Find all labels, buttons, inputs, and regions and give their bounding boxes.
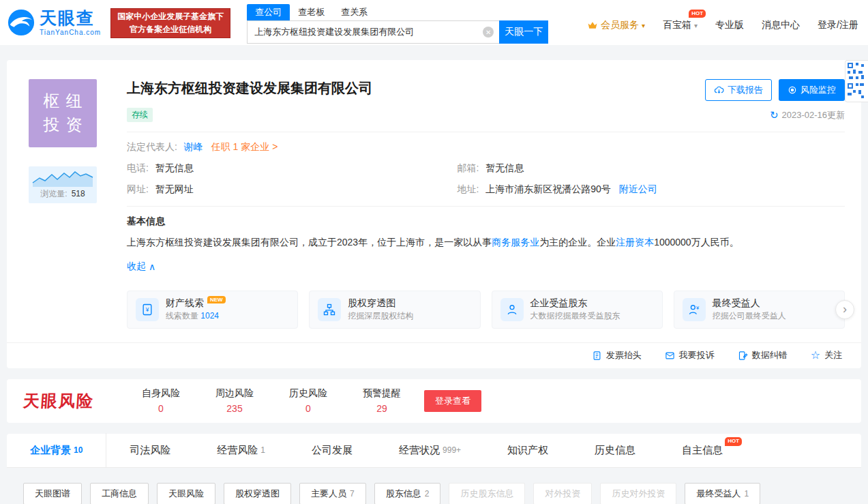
views-box: 浏览量:518 bbox=[29, 166, 97, 203]
monitor-target-icon bbox=[788, 85, 797, 95]
tab-intellectual-property[interactable]: 知识产权 bbox=[484, 433, 571, 467]
carousel-next-button[interactable]: › bbox=[835, 300, 854, 319]
subtab-buttons-row: 天眼图谱 工商信息 天眼风险 股权穿透图 主要人员7 股东信息2 历史股东信息 … bbox=[7, 468, 861, 504]
subtab-historical-shareholders: 历史股东信息 bbox=[449, 483, 525, 504]
star-icon: ☆ bbox=[811, 350, 820, 361]
subtab-label: 工商信息 bbox=[102, 488, 137, 500]
company-info-grid: 法定代表人: 谢峰 任职 1 家企业 > 电话: 暂无信息 邮箱: 暂无信息 网… bbox=[127, 132, 845, 196]
subtab-key-personnel[interactable]: 主要人员7 bbox=[299, 483, 366, 504]
feature-card-equity-chart[interactable]: 股权穿透图 挖掘深层股权结构 bbox=[309, 291, 480, 329]
subtab-business-info[interactable]: 工商信息 bbox=[90, 483, 149, 504]
search-button[interactable]: 天眼一下 bbox=[499, 20, 548, 44]
edit-doc-icon bbox=[738, 351, 748, 361]
certification-badge: 国家中小企业发展子基金旗下 官方备案企业征信机构 bbox=[110, 8, 230, 38]
brand-domain: TianYanCha.com bbox=[40, 29, 101, 36]
nav-toolbox[interactable]: HOT 百宝箱 ▾ bbox=[663, 19, 698, 31]
risk-monitor-button[interactable]: 风险监控 bbox=[779, 79, 845, 101]
subtab-label: 天眼风险 bbox=[168, 488, 204, 500]
equity-chart-icon bbox=[318, 298, 341, 321]
tab-operational-risk[interactable]: 经营风险 1 bbox=[194, 433, 288, 467]
feature-desc: 大数据挖掘最终受益股东 bbox=[530, 311, 620, 321]
risk-summary-card: 天眼风险 自身风险 0 周边风险 235 历史风险 0 预警提醒 29 登录查看 bbox=[7, 379, 861, 423]
search-block: 查公司 查老板 查关系 ✕ 天眼一下 bbox=[247, 4, 548, 44]
follow-link[interactable]: ☆ 关注 bbox=[811, 349, 842, 361]
search-tabs: 查公司 查老板 查关系 bbox=[247, 4, 548, 20]
feature-card-beneficial-shareholders[interactable]: 企业受益股东 大数据挖掘最终受益股东 bbox=[492, 291, 663, 329]
follow-label: 关注 bbox=[824, 349, 842, 361]
subtab-ultimate-beneficiary[interactable]: 最终受益人1 bbox=[685, 483, 760, 504]
risk-label: 自身风险 bbox=[142, 387, 180, 400]
login-to-view-button[interactable]: 登录查看 bbox=[424, 390, 481, 412]
subtab-label: 天眼图谱 bbox=[35, 488, 70, 500]
subtab-outbound-investment: 对外投资 bbox=[533, 483, 592, 504]
nav-message-label: 消息中心 bbox=[762, 19, 800, 31]
risk-item-history: 历史风险 0 bbox=[289, 387, 327, 414]
risk-item-alerts: 预警提醒 29 bbox=[363, 387, 401, 414]
cert-line1: 国家中小企业发展子基金旗下 bbox=[117, 10, 224, 23]
address-value: 上海市浦东新区祝潘公路90号 bbox=[485, 183, 611, 194]
nav-member-services[interactable]: 会员服务 ▾ bbox=[587, 19, 645, 31]
registered-capital-link[interactable]: 注册资本 bbox=[616, 237, 654, 248]
legal-rep-name-link[interactable]: 谢峰 bbox=[184, 141, 203, 152]
nearby-companies-link[interactable]: 附近公司 bbox=[619, 183, 657, 194]
industry-link[interactable]: 商务服务业 bbox=[492, 237, 539, 248]
main-tabs-bar: 企业背景 10 司法风险 经营风险 1 公司发展 经营状况 999+ 知识产权 … bbox=[7, 434, 861, 468]
tab-count: 10 bbox=[74, 445, 83, 455]
qr-code-widget[interactable] bbox=[845, 60, 868, 102]
new-badge: NEW bbox=[207, 296, 226, 303]
update-date: 2023-02-16更新 bbox=[782, 109, 845, 121]
feature-title: 企业受益股东 bbox=[530, 297, 588, 310]
subtab-label: 主要人员 bbox=[311, 488, 346, 500]
subtab-tianyan-risk[interactable]: 天眼风险 bbox=[157, 483, 215, 504]
subtab-shareholder-info[interactable]: 股东信息2 bbox=[374, 483, 441, 504]
legal-rep-tenure-link[interactable]: 任职 1 家企业 > bbox=[211, 141, 278, 152]
caret-down-icon: ▾ bbox=[642, 22, 645, 29]
nav-pro-version[interactable]: 专业版 bbox=[715, 19, 744, 31]
tab-label: 公司发展 bbox=[312, 444, 353, 457]
brand-logo[interactable]: 天眼查 TianYanCha.com bbox=[7, 8, 101, 37]
tianyan-risk-logo: 天眼风险 bbox=[23, 390, 126, 412]
complaint-link[interactable]: 我要投诉 bbox=[665, 349, 715, 361]
tab-self-published-info[interactable]: 自主信息 HOT bbox=[659, 433, 746, 467]
risk-label: 预警提醒 bbox=[363, 387, 401, 400]
search-tab-boss[interactable]: 查老板 bbox=[290, 4, 333, 20]
tab-company-background[interactable]: 企业背景 10 bbox=[7, 433, 106, 467]
beneficial-shareholder-icon bbox=[500, 298, 524, 321]
risk-item-peripheral: 周边风险 235 bbox=[215, 387, 254, 414]
tab-count: 999+ bbox=[443, 445, 461, 455]
complaint-label: 我要投诉 bbox=[679, 349, 715, 361]
top-header: 天眼查 TianYanCha.com 国家中小企业发展子基金旗下 官方备案企业征… bbox=[0, 0, 868, 45]
invoice-title-link[interactable]: 发票抬头 bbox=[592, 349, 642, 361]
subtab-equity-chart[interactable]: 股权穿透图 bbox=[224, 483, 291, 504]
tab-operating-status[interactable]: 经营状况 999+ bbox=[376, 433, 484, 467]
tab-label: 司法风险 bbox=[130, 444, 170, 457]
tab-company-development[interactable]: 公司发展 bbox=[288, 433, 376, 467]
risk-value: 235 bbox=[226, 403, 242, 414]
subtab-label: 历史对外投资 bbox=[612, 488, 665, 500]
nav-login-register[interactable]: 登录/注册 bbox=[818, 19, 858, 31]
search-tab-company[interactable]: 查公司 bbox=[247, 4, 290, 20]
subtab-tianyan-graph[interactable]: 天眼图谱 bbox=[23, 483, 82, 504]
data-correction-label: 数据纠错 bbox=[752, 349, 788, 361]
search-tab-relation[interactable]: 查关系 bbox=[333, 4, 376, 20]
basic-info-section: 基本信息 上海东方枢纽投资建设发展集团有限公司，成立于2023年，位于上海市，是… bbox=[127, 206, 845, 273]
download-report-button[interactable]: 下载报告 bbox=[705, 79, 772, 101]
tab-history-info[interactable]: 历史信息 bbox=[571, 433, 659, 467]
basic-info-title: 基本信息 bbox=[127, 216, 845, 228]
data-correction-link[interactable]: 数据纠错 bbox=[738, 349, 788, 361]
risk-label: 周边风险 bbox=[215, 387, 254, 400]
collapse-link[interactable]: 收起 ∧ bbox=[127, 261, 155, 273]
nav-message-center[interactable]: 消息中心 bbox=[762, 19, 800, 31]
collapse-label: 收起 bbox=[127, 261, 146, 273]
feature-card-ultimate-beneficiary[interactable]: ¥ 最终受益人 挖掘公司最终受益人 bbox=[674, 291, 845, 329]
email-value: 暂无信息 bbox=[485, 162, 524, 173]
tab-judicial-risk[interactable]: 司法风险 bbox=[106, 433, 194, 467]
feature-card-asset-clues[interactable]: ¥ 财产线索NEW 线索数量 1024 bbox=[127, 291, 298, 329]
feature-title: 财产线索 bbox=[166, 297, 204, 310]
risk-label: 历史风险 bbox=[289, 387, 327, 400]
tab-label: 知识产权 bbox=[507, 444, 548, 457]
subtab-count: 7 bbox=[350, 489, 355, 499]
about-text-1: 上海东方枢纽投资建设发展集团有限公司，成立于2023年，位于上海市，是一家以从事 bbox=[127, 237, 492, 248]
search-input[interactable] bbox=[247, 20, 499, 44]
feature-count: 1024 bbox=[200, 311, 219, 321]
